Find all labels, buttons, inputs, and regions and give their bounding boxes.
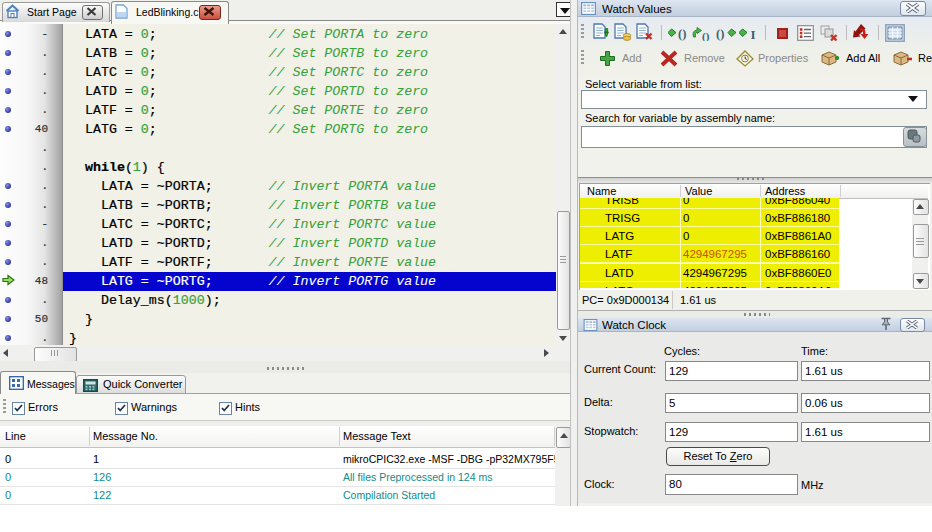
svg-text:I: I — [751, 27, 756, 42]
svg-text:(): () — [678, 27, 686, 41]
svg-text:(): () — [716, 27, 724, 41]
svg-text:(): () — [702, 30, 710, 41]
